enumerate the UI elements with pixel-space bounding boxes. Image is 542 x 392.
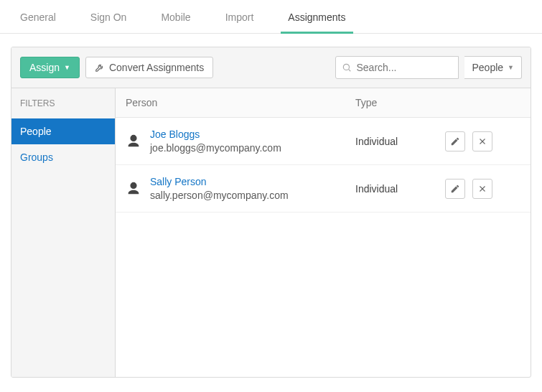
table-row: Joe Bloggs joe.bloggs@mycompany.com Indi…	[116, 118, 531, 165]
close-icon	[478, 185, 487, 193]
assignments-table: Person Type Joe Bloggs joe.bloggs@mycomp…	[116, 88, 531, 377]
svg-line-1	[349, 70, 351, 72]
toolbar: Assign ▼ Convert Assignments	[11, 47, 531, 88]
col-actions-header	[435, 88, 531, 117]
person-name-link[interactable]: Sally Person	[150, 175, 289, 189]
search-box[interactable]	[335, 56, 459, 79]
tab-general[interactable]: General	[13, 4, 63, 33]
assignments-panel: Assign ▼ Convert Assignments	[11, 47, 531, 378]
filters-sidebar: Filters People Groups	[11, 88, 116, 377]
wrench-icon	[95, 62, 105, 73]
search-scope-label: People	[472, 62, 503, 73]
filters-header: Filters	[11, 88, 115, 118]
remove-button[interactable]	[472, 179, 492, 199]
edit-button[interactable]	[445, 179, 465, 199]
pencil-icon	[450, 136, 460, 146]
type-cell: Individual	[345, 174, 435, 203]
sidebar-item-groups[interactable]: Groups	[11, 144, 115, 170]
col-type-header: Type	[345, 88, 435, 117]
table-header: Person Type	[116, 88, 531, 118]
sidebar-item-people[interactable]: People	[11, 118, 115, 144]
caret-down-icon: ▼	[64, 65, 70, 71]
table-row: Sally Person sally.person@mycompany.com …	[116, 165, 531, 213]
tab-import[interactable]: Import	[218, 4, 261, 33]
search-input[interactable]	[356, 62, 452, 73]
tab-mobile[interactable]: Mobile	[154, 4, 197, 33]
convert-assignments-button[interactable]: Convert Assignments	[85, 57, 213, 78]
type-cell: Individual	[345, 127, 435, 156]
assign-label: Assign	[29, 62, 60, 73]
search-scope-dropdown[interactable]: People ▼	[464, 56, 522, 79]
assign-button[interactable]: Assign ▼	[20, 57, 80, 78]
edit-button[interactable]	[445, 131, 465, 151]
svg-point-0	[344, 64, 350, 70]
person-email: sally.person@mycompany.com	[150, 189, 289, 202]
caret-down-icon: ▼	[508, 64, 514, 71]
pencil-icon	[450, 184, 460, 194]
person-name-link[interactable]: Joe Bloggs	[150, 128, 281, 141]
person-icon	[126, 181, 141, 197]
close-icon	[478, 137, 487, 146]
col-person-header: Person	[116, 88, 345, 117]
tab-assignments[interactable]: Assignments	[281, 4, 352, 33]
tab-sign-on[interactable]: Sign On	[83, 4, 134, 33]
tab-bar: General Sign On Mobile Import Assignment…	[0, 0, 542, 34]
remove-button[interactable]	[472, 131, 492, 151]
person-icon	[126, 134, 141, 149]
convert-label: Convert Assignments	[109, 62, 204, 73]
search-icon	[342, 62, 352, 73]
person-email: joe.bloggs@mycompany.com	[150, 141, 281, 155]
